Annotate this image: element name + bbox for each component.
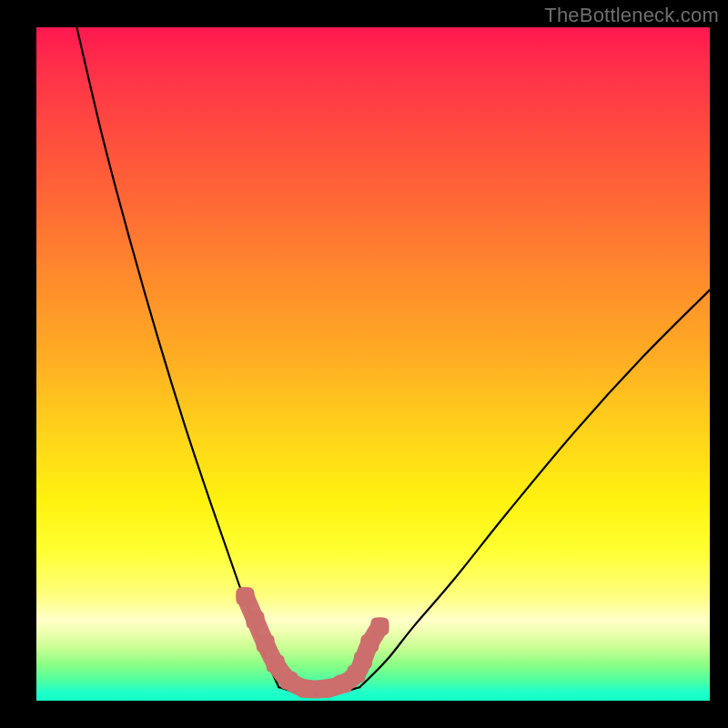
svg-rect-5 — [297, 680, 315, 698]
svg-rect-2 — [257, 634, 275, 652]
svg-rect-11 — [370, 618, 389, 636]
svg-rect-6 — [317, 680, 335, 698]
svg-rect-1 — [247, 611, 265, 629]
svg-rect-3 — [267, 654, 285, 672]
curves-layer — [36, 27, 710, 701]
chart-frame: TheBottleneck.com — [0, 0, 728, 728]
svg-rect-10 — [360, 634, 379, 652]
curve-right-branch — [359, 290, 710, 688]
plot-area — [36, 27, 710, 701]
svg-rect-4 — [280, 672, 298, 690]
svg-rect-0 — [236, 587, 254, 605]
watermark-text: TheBottleneck.com — [544, 4, 719, 27]
svg-rect-9 — [354, 652, 372, 670]
